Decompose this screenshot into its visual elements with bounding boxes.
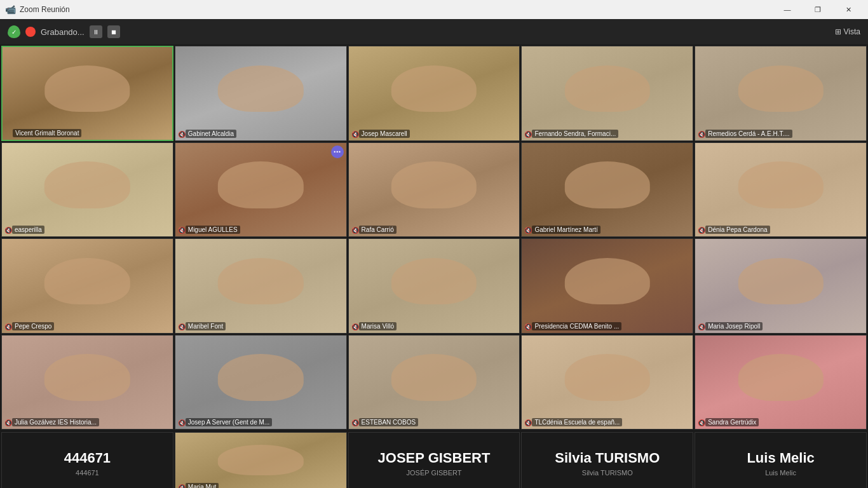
video-tile-24[interactable]: Silvia TURISMO Silvia TURISMO <box>521 432 693 488</box>
participant-name-17: Josep A Server (Gent de M... <box>186 418 272 426</box>
mic-icon-7: 🔇 <box>178 227 186 234</box>
participant-name-8: Rafa Carrió <box>359 226 397 234</box>
window-controls: — ❐ ✕ <box>773 0 863 19</box>
video-tile-21[interactable]: 444671 444671 <box>1 432 173 488</box>
mic-icon-20: 🔇 <box>698 419 705 426</box>
participant-name-25: Luis Melic <box>747 450 814 466</box>
participant-subtitle-21: 444671 <box>76 469 99 477</box>
participant-name-14: Presidencia CEDMA Benito ... <box>532 322 621 330</box>
participant-subtitle-23: JOSÉP GISBERT <box>406 469 461 477</box>
participant-name-23: JOSEP GISBERT <box>378 450 491 466</box>
recording-bar: ✓ Grabando... ⏸ ⏹ ⊞ Vista <box>0 19 868 44</box>
zoom-icon: 📹 <box>5 4 16 15</box>
video-tile-22[interactable]: 🔇 Maria Mut <box>175 432 347 488</box>
video-tile-18[interactable]: 🔇 ESTEBAN COBOS <box>348 335 520 430</box>
rec-left: ✓ Grabando... ⏸ ⏹ <box>8 25 120 38</box>
mic-icon-17: 🔇 <box>178 419 186 426</box>
mic-icon-11: 🔇 <box>4 323 12 330</box>
mic-icon-14: 🔇 <box>524 323 532 330</box>
video-tile-15[interactable]: 🔇 Maria Josep Ripoll <box>695 238 867 334</box>
participant-name-7: Miguel AGULLES <box>186 226 240 234</box>
mic-icon-6: 🔇 <box>4 227 12 234</box>
video-tile-13[interactable]: 🔇 Marisa Villó <box>348 238 520 334</box>
participant-name-1: Vicent Grimalt Boronat <box>13 129 81 137</box>
participant-name-4: Fernando Sendra, Formaci... <box>532 130 618 138</box>
more-options-button-7[interactable]: ··· <box>331 146 344 158</box>
participant-name-13: Marisa Villó <box>359 322 397 330</box>
maximize-button[interactable]: ❐ <box>803 0 832 19</box>
participant-name-6: easperilla <box>12 226 44 234</box>
participant-name-15: Maria Josep Ripoll <box>705 322 763 330</box>
participant-subtitle-24: Silvia TURISMO <box>582 469 633 477</box>
mic-icon-16: 🔇 <box>4 419 12 426</box>
grid-icon: ⊞ <box>835 27 841 36</box>
mic-icon-13: 🔇 <box>351 323 359 330</box>
window-title: Zoom Reunión <box>20 5 70 14</box>
participant-name-16: Julia Gozálvez IES Historia... <box>12 418 99 426</box>
participant-name-20: Sandra Gertrúdix <box>705 418 759 426</box>
mic-icon-22: 🔇 <box>178 484 186 488</box>
participant-name-24: Silvia TURISMO <box>555 450 660 466</box>
mic-icon-19: 🔇 <box>524 419 532 426</box>
mic-icon-5: 🔇 <box>698 131 705 138</box>
video-tile-9[interactable]: 🔇 Gabriel Martínez Martí <box>521 142 693 238</box>
mic-icon-10: 🔇 <box>698 227 705 234</box>
video-tile-5[interactable]: 🔇 Remedios Cerdá - A.E.H.T.... <box>695 46 867 141</box>
participant-name-9: Gabriel Martínez Martí <box>532 226 600 234</box>
participant-name-19: TLCdénia Escuela de españ... <box>532 418 622 426</box>
participant-name-10: Dénia Pepa Cardona <box>705 226 770 234</box>
video-tile-7[interactable]: ··· 🔇 Miguel AGULLES <box>175 142 347 238</box>
title-bar: 📹 Zoom Reunión — ❐ ✕ <box>0 0 868 19</box>
close-button[interactable]: ✕ <box>834 0 863 19</box>
video-tile-1[interactable]: Vicent Grimalt Boronat <box>1 46 173 141</box>
recording-text: Grabando... <box>41 27 85 37</box>
mic-icon-9: 🔇 <box>524 227 532 234</box>
video-tile-2[interactable]: 🔇 Gabinet Alcaldia <box>175 46 347 141</box>
participant-name-12: Maribel Font <box>186 322 226 330</box>
video-tile-11[interactable]: 🔇 Pepe Crespo <box>1 238 173 334</box>
mic-icon-4: 🔇 <box>524 131 532 138</box>
minimize-button[interactable]: — <box>773 0 802 19</box>
pause-recording-button[interactable]: ⏸ <box>90 25 102 38</box>
mic-icon-15: 🔇 <box>698 323 705 330</box>
video-tile-4[interactable]: 🔇 Fernando Sendra, Formaci... <box>521 46 693 141</box>
video-tile-19[interactable]: 🔇 TLCdénia Escuela de españ... <box>521 335 693 430</box>
mic-icon-2: 🔇 <box>178 131 186 138</box>
recording-dot <box>25 27 36 37</box>
mic-icon-3: 🔇 <box>351 131 359 138</box>
participant-name-22: Maria Mut <box>186 483 219 488</box>
bottom-row: 444671 444671 🔇 Maria Mut JOSEP GISBERT … <box>0 431 868 488</box>
video-tile-20[interactable]: 🔇 Sandra Gertrúdix <box>695 335 867 430</box>
shield-icon: ✓ <box>8 25 20 38</box>
video-tile-3[interactable]: 🔇 Josep Mascarell <box>348 46 520 141</box>
mic-icon-12: 🔇 <box>178 323 186 330</box>
video-tile-23[interactable]: JOSEP GISBERT JOSÉP GISBERT <box>348 432 520 488</box>
stop-recording-button[interactable]: ⏹ <box>107 25 120 38</box>
mic-icon-8: 🔇 <box>351 227 359 234</box>
vista-label: Vista <box>844 27 860 36</box>
participant-name-5: Remedios Cerdá - A.E.H.T.... <box>705 130 792 138</box>
video-tile-6[interactable]: 🔇 easperilla <box>1 142 173 238</box>
participant-name-11: Pepe Crespo <box>12 322 54 330</box>
video-tile-12[interactable]: 🔇 Maribel Font <box>175 238 347 334</box>
video-tile-10[interactable]: 🔇 Dénia Pepa Cardona <box>695 142 867 238</box>
video-tile-17[interactable]: 🔇 Josep A Server (Gent de M... <box>175 335 347 430</box>
participant-name-21: 444671 <box>64 450 111 466</box>
video-tile-14[interactable]: 🔇 Presidencia CEDMA Benito ... <box>521 238 693 334</box>
view-button[interactable]: ⊞ Vista <box>835 27 860 36</box>
participant-subtitle-25: Luis Melic <box>765 469 796 477</box>
video-grid: Vicent Grimalt Boronat 🔇 Gabinet Alcaldi… <box>0 44 868 431</box>
video-tile-16[interactable]: 🔇 Julia Gozálvez IES Historia... <box>1 335 173 430</box>
mic-icon-18: 🔇 <box>351 419 359 426</box>
video-tile-25[interactable]: Luis Melic Luis Melic <box>695 432 867 488</box>
participant-name-2: Gabinet Alcaldia <box>186 130 236 138</box>
participant-name-3: Josep Mascarell <box>359 130 410 138</box>
video-tile-8[interactable]: 🔇 Rafa Carrió <box>348 142 520 238</box>
participant-name-18: ESTEBAN COBOS <box>359 418 419 426</box>
title-left: 📹 Zoom Reunión <box>5 4 70 15</box>
